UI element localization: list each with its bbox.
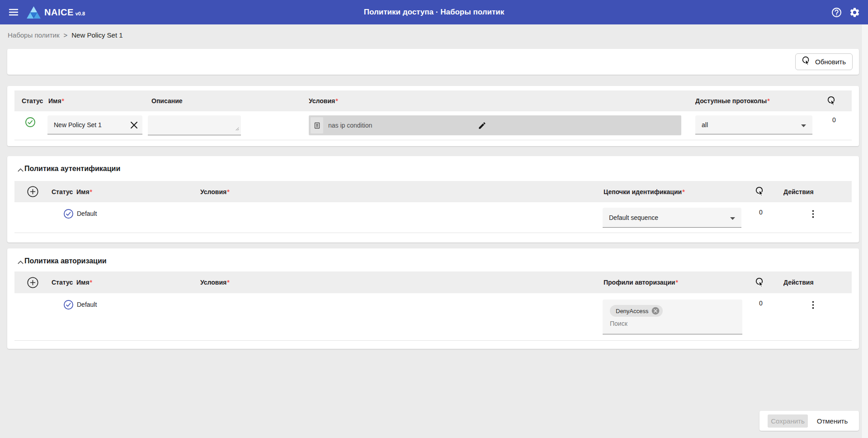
topbar: NAICE v0.8 Политики доступа · Наборы пол…: [0, 0, 868, 24]
authz-policy-row: Default DenyAccess 0: [14, 293, 852, 341]
collapse-chevron-up-icon[interactable]: [16, 166, 25, 175]
breadcrumb-current: New Policy Set 1: [71, 31, 123, 39]
hit-counter-icon: [755, 181, 765, 202]
authorization-policy-card: Политика авторизации Статус Имя* Условия…: [7, 248, 859, 349]
column-header-status: Статус: [52, 271, 73, 293]
edit-condition-pencil-icon[interactable]: [476, 119, 488, 131]
condition-document-icon: [311, 117, 323, 133]
policy-set-row: nas ip condition all 0: [14, 111, 852, 140]
description-textarea[interactable]: [148, 115, 241, 135]
vertical-scrollbar[interactable]: [861, 24, 868, 438]
resize-handle-icon[interactable]: [235, 125, 240, 133]
protocols-select-value: all: [702, 121, 708, 129]
column-header-description: Описание: [151, 90, 183, 111]
auth-policy-row: Default Default sequence 0: [14, 202, 852, 233]
column-header-authz-profiles: Профили авторизации*: [604, 271, 678, 293]
collapse-chevron-up-icon[interactable]: [16, 258, 25, 267]
protocols-select[interactable]: all: [695, 115, 812, 134]
column-header-status: Статус: [22, 90, 43, 111]
authz-table-header: Статус Имя* Условия* Профили авторизации…: [14, 271, 852, 293]
authz-profiles-field[interactable]: DenyAccess: [603, 300, 742, 334]
authentication-policy-card: Политика аутентификации Статус Имя* Усло…: [7, 156, 859, 243]
add-auth-rule-button[interactable]: [26, 185, 39, 198]
add-authz-rule-button[interactable]: [26, 276, 39, 289]
cancel-button[interactable]: Отменить: [812, 414, 853, 428]
column-header-protocols: Доступные протоколы*: [695, 90, 770, 111]
column-header-actions: Действия: [783, 271, 814, 293]
hit-counter-icon: [802, 56, 811, 67]
settings-gear-icon[interactable]: [848, 6, 861, 19]
menu-icon[interactable]: [7, 6, 20, 19]
column-header-conditions: Условия*: [309, 90, 338, 111]
profile-chip-label: DenyAccess: [616, 308, 648, 314]
remove-chip-icon[interactable]: [651, 307, 660, 315]
footer-actions-card: Сохранить Отменить: [760, 411, 859, 431]
column-header-conditions: Условия*: [200, 181, 230, 202]
policy-set-table-header: Статус Имя* Описание Условия* Доступные …: [14, 90, 852, 111]
hits-count: 0: [754, 209, 768, 216]
clear-name-icon[interactable]: [128, 119, 139, 130]
column-header-status: Статус: [52, 181, 73, 202]
column-header-conditions: Условия*: [200, 271, 230, 293]
policy-set-table-card: Статус Имя* Описание Условия* Доступные …: [7, 86, 859, 146]
auth-section-title: Политика аутентификации: [24, 165, 120, 173]
brand-version: v0.8: [75, 11, 85, 16]
refresh-hits-button[interactable]: Обновить: [795, 53, 853, 70]
breadcrumb-separator: >: [63, 31, 67, 39]
condition-value: nas ip condition: [328, 122, 372, 129]
authz-section-title: Политика авторизации: [24, 257, 107, 265]
identity-chain-select[interactable]: Default sequence: [603, 208, 741, 228]
breadcrumb: Наборы политик > New Policy Set 1: [0, 24, 868, 45]
column-header-identity-chains: Цепочки идентификации*: [604, 181, 685, 202]
column-header-name: Имя*: [76, 271, 92, 293]
breadcrumb-parent-link[interactable]: Наборы политик: [8, 31, 59, 39]
hit-counter-icon: [755, 271, 765, 293]
toolbar-card: Обновить: [7, 49, 859, 75]
refresh-button-label: Обновить: [815, 58, 846, 66]
row-actions-kebab-icon[interactable]: [806, 298, 820, 312]
column-header-name: Имя*: [48, 90, 64, 111]
column-header-name: Имя*: [76, 181, 92, 202]
column-header-actions: Действия: [783, 181, 814, 202]
save-button[interactable]: Сохранить: [768, 414, 808, 428]
hits-count: 0: [754, 300, 768, 307]
status-ok-icon: [63, 300, 74, 310]
naice-logo-icon: NAICE v0.8: [26, 6, 85, 19]
brand-name: NAICE: [44, 7, 74, 18]
rule-name: Default: [77, 301, 97, 308]
row-actions-kebab-icon[interactable]: [806, 207, 820, 221]
rule-name: Default: [77, 210, 97, 217]
profile-chip: DenyAccess: [610, 305, 663, 317]
profiles-search-input[interactable]: [610, 320, 723, 327]
status-ok-icon: [63, 209, 74, 219]
chevron-down-icon: [801, 121, 806, 129]
hit-counter-icon: [827, 90, 837, 111]
chevron-down-icon: [730, 214, 735, 221]
hits-count: 0: [827, 116, 841, 124]
condition-field[interactable]: nas ip condition: [309, 115, 681, 135]
status-ok-icon: [25, 117, 36, 128]
help-icon[interactable]: [830, 6, 843, 19]
page-title: Политики доступа · Наборы политик: [364, 8, 504, 17]
auth-table-header: Статус Имя* Условия* Цепочки идентификац…: [14, 181, 852, 202]
identity-chain-value: Default sequence: [609, 214, 658, 221]
